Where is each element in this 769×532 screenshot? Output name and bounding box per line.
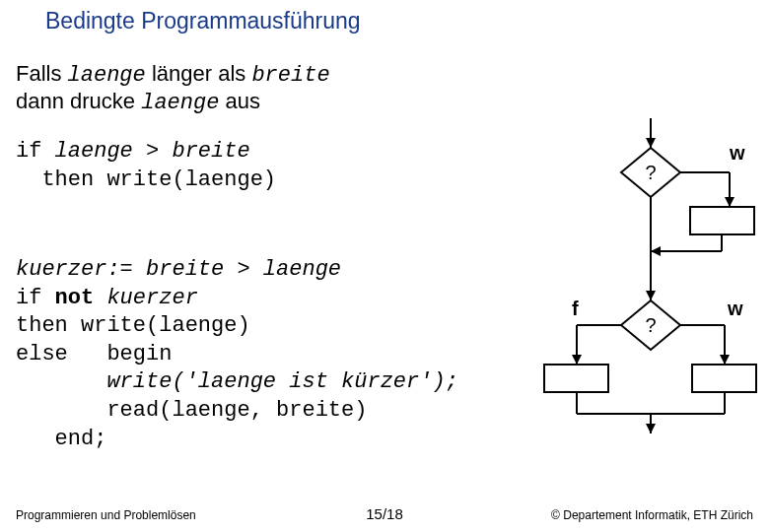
text: länger als bbox=[146, 61, 252, 86]
svg-marker-16 bbox=[572, 355, 582, 365]
svg-marker-20 bbox=[720, 355, 730, 365]
svg-rect-6 bbox=[690, 207, 754, 234]
text: dann drucke bbox=[16, 89, 141, 113]
code-var: laenge bbox=[68, 63, 146, 88]
code-block-2: kuerzer:= breite > laenge if not kuerzer… bbox=[16, 256, 458, 453]
intro-line-2: dann drucke laenge aus bbox=[16, 89, 260, 115]
code-block-1: if laenge > breite then write(laenge) bbox=[16, 138, 276, 194]
stmt: then write(laenge) bbox=[16, 167, 276, 192]
expr: laenge > breite bbox=[55, 139, 250, 164]
slide: Bedingte Programmausführung Falls laenge… bbox=[0, 0, 769, 532]
text: aus bbox=[219, 89, 260, 113]
svg-marker-1 bbox=[646, 138, 656, 148]
svg-rect-21 bbox=[692, 365, 756, 392]
code-var: breite bbox=[251, 63, 329, 88]
true-label-1: w bbox=[729, 142, 745, 164]
stmt: end; bbox=[16, 427, 106, 451]
false-label: f bbox=[572, 298, 579, 319]
stmt: then write(laenge) bbox=[16, 313, 250, 338]
stmt: kuerzer:= breite > laenge bbox=[16, 257, 341, 282]
flowchart-diagram: ? w ? f w bbox=[532, 118, 759, 433]
true-label-2: w bbox=[727, 298, 743, 319]
stmt: write('laenge ist kürzer'); bbox=[16, 369, 458, 394]
svg-rect-17 bbox=[544, 365, 608, 392]
slide-title: Bedingte Programmausführung bbox=[45, 8, 361, 34]
svg-marker-26 bbox=[646, 424, 656, 433]
intro-line-1: Falls laenge länger als breite bbox=[16, 61, 330, 88]
kw: if bbox=[16, 286, 55, 310]
diamond-1-label: ? bbox=[645, 162, 656, 183]
code-var: laenge bbox=[141, 91, 219, 115]
svg-marker-10 bbox=[651, 246, 661, 256]
kw: if bbox=[16, 139, 55, 164]
diamond-2-label: ? bbox=[645, 314, 656, 336]
kw-bold: not bbox=[55, 286, 95, 310]
stmt: read(laenge, breite) bbox=[16, 398, 367, 423]
footer-right: © Departement Informatik, ETH Zürich bbox=[551, 508, 753, 522]
svg-marker-12 bbox=[646, 291, 656, 300]
expr: kuerzer bbox=[94, 286, 198, 310]
text: Falls bbox=[16, 61, 68, 86]
svg-marker-5 bbox=[725, 197, 734, 207]
stmt: else begin bbox=[16, 342, 172, 366]
